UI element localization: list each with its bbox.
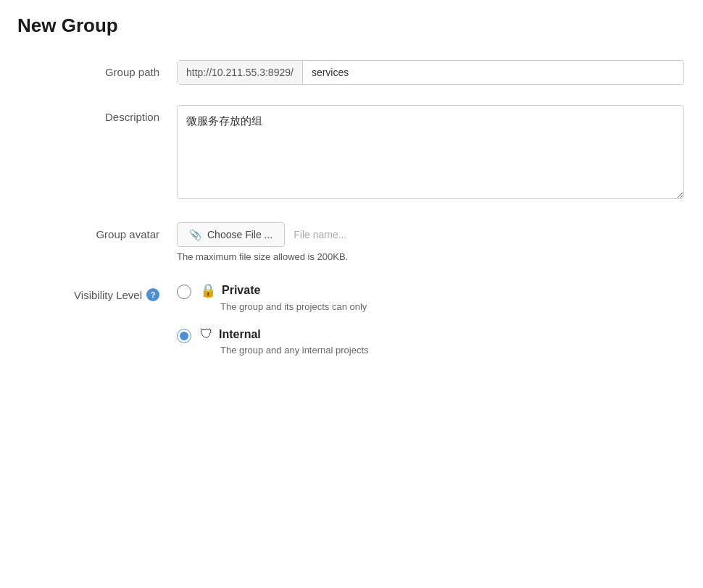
choose-file-button[interactable]: 📎 Choose File ... (177, 222, 285, 247)
group-path-control: http://10.211.55.3:8929/ services (177, 60, 684, 85)
description-row: Description 微服务存放的组 (17, 105, 686, 202)
shield-icon (200, 327, 213, 342)
visibility-private-content: Private The group and its projects can o… (200, 282, 367, 312)
visibility-internal-header: Internal (200, 327, 369, 342)
visibility-internal-label: Internal (219, 328, 261, 341)
description-control: 微服务存放的组 (177, 105, 684, 202)
paperclip-icon: 📎 (189, 229, 201, 240)
description-label: Description (17, 105, 177, 123)
visibility-options-control: Private The group and its projects can o… (177, 282, 684, 356)
visibility-internal-description: The group and any internal projects (220, 345, 369, 356)
group-path-input-group: http://10.211.55.3:8929/ services (177, 60, 684, 85)
visibility-private-description: The group and its projects can only (220, 301, 367, 312)
visibility-internal-radio[interactable] (177, 329, 191, 343)
group-avatar-label: Group avatar (17, 222, 177, 240)
file-name-placeholder: File name... (294, 229, 346, 240)
group-path-label: Group path (17, 60, 177, 78)
visibility-help-icon[interactable]: ? (146, 288, 159, 301)
visibility-private-option: Private The group and its projects can o… (177, 282, 684, 312)
visibility-level-row: Visibility Level ? Private The group and… (17, 282, 686, 356)
group-avatar-control: 📎 Choose File ... File name... The maxim… (177, 222, 684, 262)
visibility-internal-option: Internal The group and any internal proj… (177, 327, 684, 356)
description-textarea[interactable]: 微服务存放的组 (177, 105, 684, 199)
group-path-prefix: http://10.211.55.3:8929/ (178, 61, 303, 84)
file-input-row: 📎 Choose File ... File name... (177, 222, 684, 247)
lock-icon (200, 282, 216, 298)
visibility-internal-content: Internal The group and any internal proj… (200, 327, 369, 356)
group-avatar-row: Group avatar 📎 Choose File ... File name… (17, 222, 686, 262)
group-path-row: Group path http://10.211.55.3:8929/ serv… (17, 60, 686, 85)
visibility-private-header: Private (200, 282, 367, 298)
page-title: New Group (17, 14, 686, 37)
visibility-level-label: Visibility Level ? (17, 282, 177, 301)
new-group-form: Group path http://10.211.55.3:8929/ serv… (17, 60, 686, 356)
visibility-private-label: Private (222, 284, 260, 297)
visibility-private-radio[interactable] (177, 285, 191, 299)
choose-file-label: Choose File ... (207, 229, 273, 240)
visibility-options: Private The group and its projects can o… (177, 282, 684, 356)
file-size-hint: The maximum file size allowed is 200KB. (177, 251, 684, 262)
group-path-value[interactable]: services (303, 61, 390, 84)
